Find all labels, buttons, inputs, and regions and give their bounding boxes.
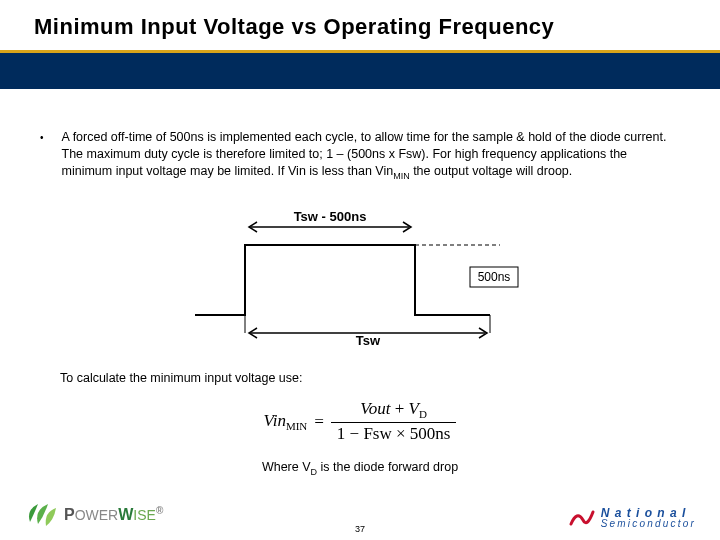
formula-lhs: Vin <box>264 411 286 430</box>
where-line: Where VD is the diode forward drop <box>40 460 680 477</box>
formula: VinMIN = Vout + VD 1 − Fsw × 500ns <box>40 399 680 443</box>
page-number: 37 <box>355 524 365 534</box>
timing-diagram-svg: 500ns Tsw - 500ns Tsw <box>195 205 525 345</box>
content-area: • A forced off-time of 500ns is implemen… <box>0 89 720 476</box>
formula-lhs-sub: MIN <box>286 420 307 432</box>
leaf-icon <box>24 500 58 530</box>
formula-den: 1 − Fsw × 500ns <box>337 424 451 443</box>
header-band <box>0 53 720 89</box>
formula-num-plus: + <box>395 399 405 418</box>
bullet-dot: • <box>40 129 44 147</box>
calc-intro: To calculate the minimum input voltage u… <box>60 371 680 385</box>
powerwise-logo: POWERWISE® <box>24 500 163 530</box>
bullet-sub: MIN <box>393 170 410 180</box>
where-post: is the diode forward drop <box>317 460 458 474</box>
formula-num-b: V <box>409 399 419 418</box>
formula-fraction: Vout + VD 1 − Fsw × 500ns <box>331 399 457 443</box>
bullet-text-post: the output voltage will droop. <box>410 164 573 178</box>
formula-num-a: Vout <box>360 399 390 418</box>
formula-equals: = <box>313 412 324 432</box>
page-title: Minimum Input Voltage vs Operating Frequ… <box>0 0 720 40</box>
diagram-period-label: Tsw <box>356 333 381 345</box>
national-semiconductor-logo: N a t i o n a l Semiconductor <box>569 506 696 530</box>
ns-wave-icon <box>569 506 595 530</box>
bullet-text: A forced off-time of 500ns is implemente… <box>62 129 680 181</box>
diagram-on-label: Tsw - 500ns <box>294 209 367 224</box>
diagram-off-label: 500ns <box>478 270 511 284</box>
bullet-item: • A forced off-time of 500ns is implemen… <box>40 129 680 181</box>
where-pre: Where V <box>262 460 311 474</box>
timing-diagram: 500ns Tsw - 500ns Tsw <box>40 205 680 345</box>
bullet-text-pre: A forced off-time of 500ns is implemente… <box>62 130 667 178</box>
formula-num-b-sub: D <box>419 409 427 421</box>
